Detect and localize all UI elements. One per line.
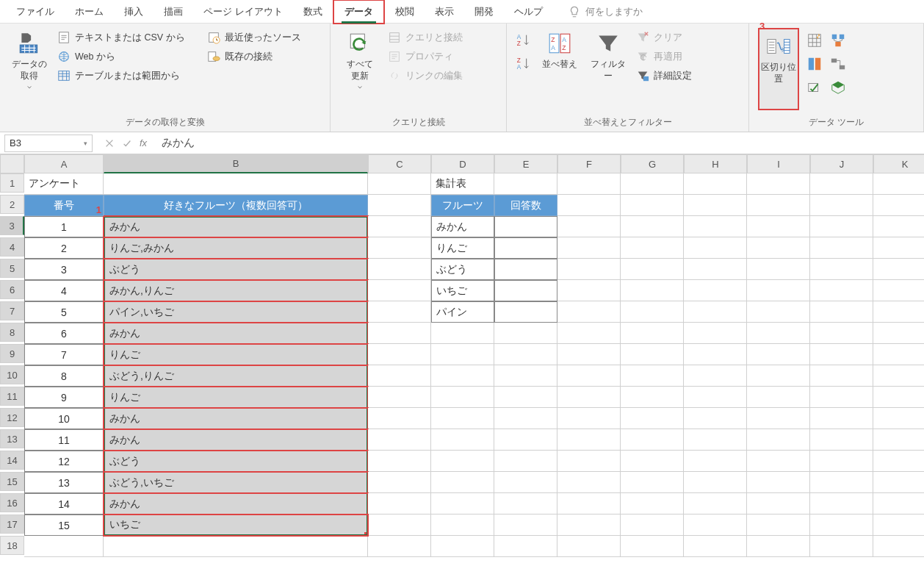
cell-G17[interactable] xyxy=(621,514,684,536)
fx-icon[interactable]: fx xyxy=(140,137,147,148)
cell-A18[interactable] xyxy=(24,536,104,557)
cell-F13[interactable] xyxy=(557,429,621,451)
cell-A8[interactable]: 6 xyxy=(24,323,104,344)
consolidate-icon[interactable] xyxy=(830,32,846,49)
cell-I16[interactable] xyxy=(747,493,810,514)
name-box[interactable]: B3 ▾ xyxy=(4,135,93,152)
cell-J1[interactable] xyxy=(810,173,873,195)
row-header-7[interactable]: 7 xyxy=(0,301,24,320)
cell-K13[interactable] xyxy=(873,429,924,451)
cell-F14[interactable] xyxy=(557,451,621,472)
row-header-18[interactable]: 18 xyxy=(0,536,24,555)
cell-I1[interactable] xyxy=(747,173,810,195)
cell-I5[interactable] xyxy=(747,259,810,280)
queries-button[interactable]: クエリと接続 xyxy=(388,31,463,44)
cell-G13[interactable] xyxy=(621,429,684,451)
cell-G2[interactable] xyxy=(621,195,684,216)
row-header-1[interactable]: 1 xyxy=(0,173,24,193)
col-header-A[interactable]: A xyxy=(24,154,104,173)
relationships-icon[interactable] xyxy=(830,56,846,72)
cell-G16[interactable] xyxy=(621,493,684,514)
cell-I11[interactable] xyxy=(747,387,810,408)
cell-D1[interactable]: 集計表 xyxy=(431,173,494,195)
cell-G7[interactable] xyxy=(621,301,684,323)
cell-K18[interactable] xyxy=(873,536,924,557)
cell-J16[interactable] xyxy=(810,493,873,514)
cell-H11[interactable] xyxy=(684,387,747,408)
cell-A5[interactable]: 3 xyxy=(24,259,104,280)
cell-E10[interactable] xyxy=(494,365,557,387)
cell-A15[interactable]: 13 xyxy=(24,472,104,493)
cell-K4[interactable] xyxy=(873,237,924,259)
cell-E2[interactable]: 回答数 xyxy=(494,195,557,216)
cell-A6[interactable]: 4 xyxy=(24,280,104,301)
cell-J10[interactable] xyxy=(810,365,873,387)
cell-I10[interactable] xyxy=(747,365,810,387)
cell-J12[interactable] xyxy=(810,408,873,429)
cell-C3[interactable] xyxy=(368,216,431,237)
tab-review[interactable]: 校閲 xyxy=(385,1,425,23)
cell-K7[interactable] xyxy=(873,301,924,323)
data-validation-icon[interactable] xyxy=(806,79,823,96)
cell-E13[interactable] xyxy=(494,429,557,451)
cell-G5[interactable] xyxy=(621,259,684,280)
col-header-I[interactable]: I xyxy=(747,154,810,173)
cell-H10[interactable] xyxy=(684,365,747,387)
from-csv-button[interactable]: テキストまたは CSV から xyxy=(57,31,185,44)
cell-D18[interactable] xyxy=(431,536,494,557)
cell-I2[interactable] xyxy=(747,195,810,216)
cell-H2[interactable] xyxy=(684,195,747,216)
cell-E5[interactable] xyxy=(494,259,557,280)
tab-page-layout[interactable]: ページ レイアウト xyxy=(193,1,293,23)
cancel-icon[interactable] xyxy=(104,138,115,148)
row-header-8[interactable]: 8 xyxy=(0,323,24,342)
cell-J17[interactable] xyxy=(810,514,873,536)
cell-K17[interactable] xyxy=(873,514,924,536)
cell-C17[interactable] xyxy=(368,514,431,536)
remove-duplicates-icon[interactable] xyxy=(806,56,823,72)
cell-K3[interactable] xyxy=(873,216,924,237)
cell-B14[interactable]: ぶどう xyxy=(104,451,368,472)
cell-C10[interactable] xyxy=(368,365,431,387)
cell-E3[interactable] xyxy=(494,216,557,237)
flash-fill-icon[interactable] xyxy=(806,32,823,49)
cell-D5[interactable]: ぶどう xyxy=(431,259,494,280)
cell-D6[interactable]: いちご xyxy=(431,280,494,301)
cell-C5[interactable] xyxy=(368,259,431,280)
cell-E12[interactable] xyxy=(494,408,557,429)
refresh-all-button[interactable]: すべて 更新 ⌵ xyxy=(339,28,380,90)
cell-C6[interactable] xyxy=(368,280,431,301)
col-header-C[interactable]: C xyxy=(368,154,431,173)
cell-A3[interactable]: 1 xyxy=(24,216,104,237)
cell-J18[interactable] xyxy=(810,536,873,557)
cell-K5[interactable] xyxy=(873,259,924,280)
tab-view[interactable]: 表示 xyxy=(425,1,464,23)
cell-K16[interactable] xyxy=(873,493,924,514)
cell-A1[interactable]: アンケート xyxy=(24,173,104,195)
cell-F5[interactable] xyxy=(557,259,621,280)
cell-G9[interactable] xyxy=(621,344,684,365)
cell-A7[interactable]: 5 xyxy=(24,301,104,323)
row-header-12[interactable]: 12 xyxy=(0,408,24,427)
row-header-16[interactable]: 16 xyxy=(0,493,24,512)
existing-conn-button[interactable]: 既存の接続 xyxy=(207,50,301,63)
cell-H6[interactable] xyxy=(684,280,747,301)
cell-I14[interactable] xyxy=(747,451,810,472)
tab-insert[interactable]: 挿入 xyxy=(114,1,154,23)
spreadsheet-grid[interactable]: ABCDEFGHIJK1アンケート集計表2番号1好きなフルーツ（複数回答可）フル… xyxy=(0,154,924,557)
cell-D13[interactable] xyxy=(431,429,494,451)
row-header-13[interactable]: 13 xyxy=(0,429,24,448)
cell-J6[interactable] xyxy=(810,280,873,301)
cell-B9[interactable]: りんご xyxy=(104,344,368,365)
row-header-14[interactable]: 14 xyxy=(0,451,24,470)
cell-J4[interactable] xyxy=(810,237,873,259)
cell-A16[interactable]: 14 xyxy=(24,493,104,514)
sort-az-icon[interactable]: AZ xyxy=(516,32,532,49)
cell-G12[interactable] xyxy=(621,408,684,429)
filter-button[interactable]: フィルター xyxy=(588,28,629,82)
cell-B13[interactable]: みかん xyxy=(104,429,368,451)
cell-E1[interactable] xyxy=(494,173,557,195)
cell-G1[interactable] xyxy=(621,173,684,195)
cell-B4[interactable]: りんご,みかん xyxy=(104,237,368,259)
cell-A12[interactable]: 10 xyxy=(24,408,104,429)
